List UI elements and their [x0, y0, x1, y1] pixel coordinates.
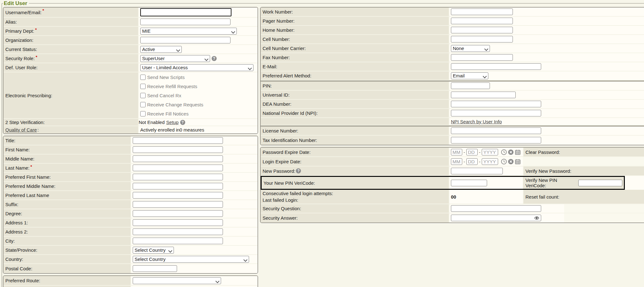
- electronic-prescribing-row: Electronic Prescribing: Send New Scripts…: [3, 72, 258, 119]
- last-name-input[interactable]: [133, 165, 223, 171]
- current-status-row: Current Status: Active: [3, 45, 258, 54]
- dea-number-input[interactable]: [451, 101, 541, 107]
- middle-name-input[interactable]: [133, 155, 223, 162]
- security-role-label: Security Role:: [5, 56, 35, 61]
- license-number-row: License Number:: [261, 127, 644, 136]
- npi-input[interactable]: [451, 110, 541, 116]
- tax-id-row: Tax Identification Number:: [261, 136, 644, 145]
- contact-credentials-section: Work Number: Pager Number: Home Number:: [260, 7, 644, 145]
- address1-input[interactable]: [133, 219, 223, 226]
- state-province-select[interactable]: Select Country: [133, 247, 174, 254]
- calendar-icon[interactable]: [515, 159, 521, 165]
- postal-code-input[interactable]: [133, 265, 177, 272]
- new-password-input[interactable]: [451, 168, 503, 174]
- first-name-input[interactable]: [133, 146, 223, 153]
- postal-code-row: Postal Code:: [3, 264, 258, 273]
- chevron-down-icon: [248, 66, 252, 70]
- password-expire-day-input[interactable]: [466, 149, 478, 155]
- dea-number-label: DEA Number:: [263, 101, 291, 107]
- security-answer-input[interactable]: [451, 215, 541, 221]
- npi-search-link[interactable]: NPI Search by User Info: [451, 119, 502, 124]
- setup-link[interactable]: Setup: [166, 120, 179, 125]
- receive-fill-notices-checkbox[interactable]: [140, 111, 146, 116]
- security-question-input[interactable]: [451, 205, 541, 212]
- receive-change-requests-checkbox[interactable]: [140, 102, 146, 107]
- security-question-row: Security Question:: [261, 204, 644, 213]
- work-number-input[interactable]: [451, 8, 513, 15]
- quality-of-care-link[interactable]: Quality of Care: [5, 127, 37, 132]
- verify-pin-vericode-input[interactable]: [578, 180, 622, 186]
- clear-date-icon[interactable]: [508, 159, 514, 165]
- pager-number-row: Pager Number:: [261, 17, 644, 26]
- receive-change-requests-label: Receive Change Requests: [147, 102, 203, 107]
- title-input[interactable]: [133, 137, 223, 144]
- organization-label: Organization:: [5, 37, 33, 43]
- help-icon[interactable]: ?: [180, 120, 185, 125]
- primary-dept-row: Primary Dept:* MIE: [3, 27, 258, 36]
- send-new-scripts-checkbox[interactable]: [140, 75, 146, 80]
- alias-row: Alias:: [3, 18, 258, 27]
- pin-vericode-input[interactable]: [451, 180, 487, 186]
- chevron-down-icon: [484, 47, 488, 51]
- login-expire-year-input[interactable]: [482, 158, 498, 165]
- alias-input[interactable]: [140, 19, 230, 25]
- home-number-input[interactable]: [451, 27, 513, 33]
- route-comment-row: Route Comment:: [3, 286, 258, 287]
- preferred-route-select[interactable]: [133, 277, 221, 284]
- failed-attempts-label: Consecutive failed login attempts:: [263, 190, 333, 196]
- country-select[interactable]: Select Country: [133, 256, 249, 263]
- password-expire-month-input[interactable]: [451, 149, 462, 155]
- cell-number-label: Cell Number:: [263, 37, 290, 42]
- universal-id-input[interactable]: [451, 92, 516, 98]
- tax-id-input[interactable]: [451, 137, 541, 144]
- login-expire-month-input[interactable]: [451, 158, 462, 165]
- help-icon[interactable]: ?: [296, 168, 301, 173]
- clock-icon[interactable]: [501, 149, 507, 155]
- def-user-role-select[interactable]: User - Limited Access: [140, 64, 253, 71]
- country-label: Country:: [5, 256, 23, 262]
- current-status-select[interactable]: Active: [140, 46, 182, 53]
- login-expire-row: Login Expire Date: --: [261, 157, 644, 166]
- pager-number-input[interactable]: [451, 18, 513, 24]
- preferred-last-name-input[interactable]: [133, 192, 223, 199]
- show-password-eye-icon[interactable]: [534, 216, 539, 221]
- postal-code-label: Postal Code:: [5, 266, 32, 271]
- city-input[interactable]: [133, 238, 223, 244]
- send-cancel-rx-checkbox[interactable]: [140, 93, 146, 98]
- email-input[interactable]: [451, 63, 541, 70]
- address2-input[interactable]: [133, 228, 223, 235]
- two-step-row: 2 Step Verification: Not Enabled Setup ?: [3, 119, 258, 126]
- alert-method-label: Preferred Alert Method:: [263, 73, 311, 78]
- degree-input[interactable]: [133, 210, 223, 217]
- chevron-down-icon: [168, 249, 172, 253]
- login-expire-day-input[interactable]: [466, 158, 478, 165]
- receive-refill-requests-checkbox[interactable]: [140, 84, 146, 89]
- email-row: E-Mail:: [261, 62, 644, 71]
- help-icon[interactable]: ?: [212, 56, 217, 61]
- fax-number-input[interactable]: [451, 54, 513, 61]
- work-number-row: Work Number:: [261, 8, 644, 17]
- pin-input[interactable]: [451, 82, 490, 89]
- license-number-input[interactable]: [451, 127, 541, 134]
- username-input[interactable]: [140, 8, 231, 16]
- clear-date-icon[interactable]: [508, 149, 514, 155]
- receive-refill-requests-label: Receive Refill Requests: [147, 84, 197, 89]
- password-security-section: Password Expire Date: -- Clear Password:…: [260, 147, 644, 223]
- security-role-select[interactable]: SuperUser: [140, 55, 210, 62]
- password-expire-label: Password Expire Date:: [263, 149, 311, 155]
- suffix-input[interactable]: [133, 201, 223, 208]
- cell-carrier-select[interactable]: None: [451, 45, 490, 52]
- alert-method-select[interactable]: Email: [451, 72, 488, 79]
- organization-input[interactable]: [140, 37, 230, 43]
- calendar-icon[interactable]: [515, 149, 521, 155]
- clock-icon[interactable]: [501, 159, 507, 165]
- cell-number-input[interactable]: [451, 36, 513, 42]
- preferred-middle-name-input[interactable]: [133, 183, 223, 189]
- chevron-down-icon: [176, 48, 180, 52]
- home-number-row: Home Number:: [261, 26, 644, 35]
- preferred-first-name-input[interactable]: [133, 174, 223, 180]
- primary-dept-select[interactable]: MIE: [140, 28, 237, 35]
- npi-label: National Provider Id (NPI):: [263, 110, 318, 116]
- password-expire-year-input[interactable]: [482, 149, 498, 155]
- last-name-label: Last Name:: [5, 165, 30, 171]
